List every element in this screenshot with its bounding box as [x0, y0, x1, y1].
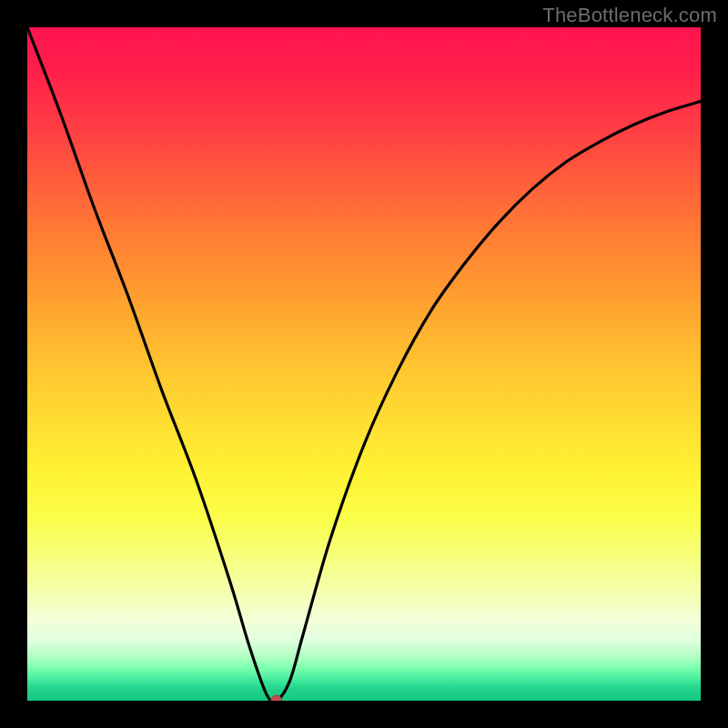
watermark-text: TheBottleneck.com [542, 4, 717, 27]
chart-container: TheBottleneck.com [0, 0, 728, 728]
bottleneck-curve-path [27, 27, 701, 701]
curve-svg [27, 27, 701, 701]
plot-area [27, 27, 701, 701]
